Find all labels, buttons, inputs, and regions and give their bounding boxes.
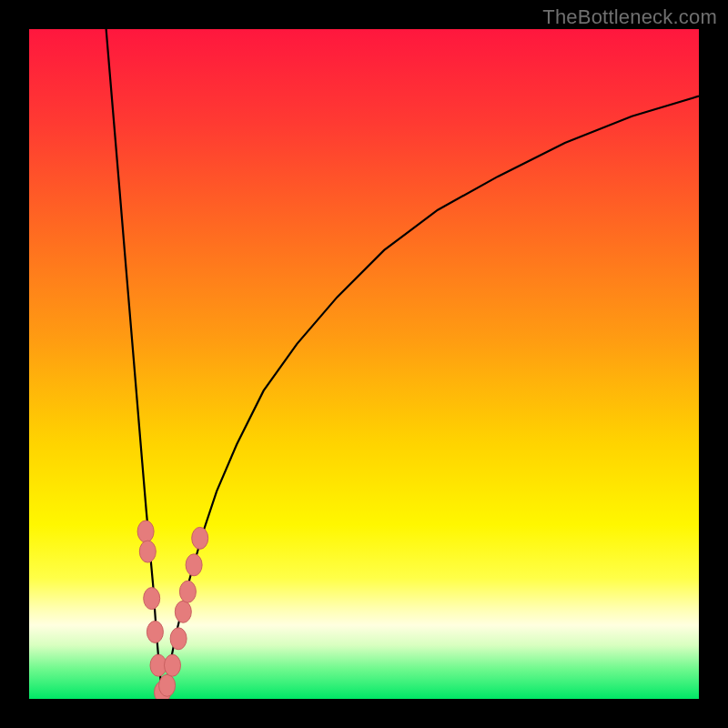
- bead-marker: [144, 588, 160, 610]
- bead-marker: [170, 628, 187, 650]
- bead-marker: [139, 541, 156, 562]
- bead-marker: [192, 527, 208, 549]
- bead-marker: [137, 521, 154, 542]
- watermark-text: TheBottleneck.com: [542, 5, 717, 29]
- curve-right-branch: [163, 96, 699, 699]
- bead-marker: [179, 581, 196, 602]
- bead-marker: [186, 554, 202, 576]
- chart-frame: TheBottleneck.com: [0, 0, 728, 728]
- bead-marker: [159, 674, 176, 696]
- bead-marker: [165, 654, 181, 676]
- bead-marker: [175, 601, 191, 622]
- bead-marker: [147, 621, 163, 642]
- plot-area: [29, 29, 699, 699]
- curve-layer: [29, 29, 699, 699]
- bead-group: [137, 521, 208, 699]
